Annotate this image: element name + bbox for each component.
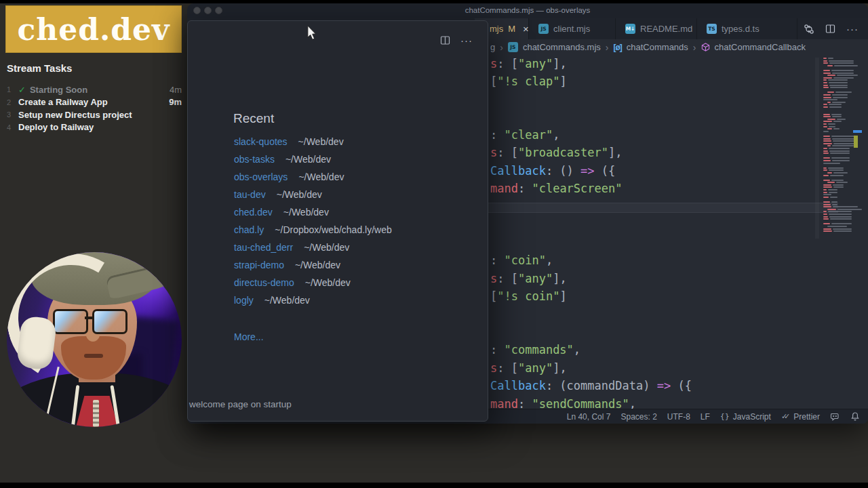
task-row: 3Setup new Directus project [7, 108, 182, 121]
breadcrumb-symbol[interactable]: chatCommands [627, 42, 688, 52]
minimap-token [835, 92, 852, 93]
minimap-line [822, 102, 856, 103]
minimap-line [822, 163, 856, 164]
code-token: ], [553, 57, 566, 70]
task-row: 1✓Starting Soon4m [7, 83, 182, 96]
split-editor-icon[interactable] [440, 35, 450, 45]
minimap[interactable] [822, 58, 856, 239]
task-time: 9m [169, 97, 182, 107]
recent-project-path: ~/Web/dev [264, 295, 310, 306]
recent-project-link[interactable]: strapi-demo [234, 260, 284, 270]
minimap-line [822, 226, 856, 227]
status-text: JavaScript [733, 412, 771, 422]
minimap-token [823, 216, 828, 218]
minimap-token [828, 189, 837, 190]
recent-project-link[interactable]: tau-dev [234, 189, 266, 200]
feedback-icon[interactable] [830, 412, 840, 422]
recent-project-link[interactable]: obs-overlays [234, 171, 288, 182]
code-token: [ [511, 361, 518, 375]
recent-row: obs-tasks~/Web/dev [234, 154, 392, 171]
recent-project-link[interactable]: directus-demo [234, 277, 294, 288]
minimap-line [822, 131, 856, 132]
webcam-overlay [7, 252, 182, 427]
welcome-startup-checkbox-label[interactable]: welcome page on startup [189, 399, 292, 409]
breadcrumb-file[interactable]: chatCommands.mjs [523, 42, 601, 52]
tab-client.mjs[interactable]: JSclient.mjs [529, 18, 616, 39]
recent-project-path: ~/Web/dev [305, 277, 351, 288]
code-token: ], [553, 272, 566, 285]
more-actions-icon[interactable]: ··· [846, 23, 859, 35]
minimap-gap [822, 155, 856, 157]
minimap-line [822, 79, 856, 81]
recent-project-link[interactable]: chad.ly [234, 224, 264, 235]
minimap-token [823, 184, 831, 186]
recent-project-link[interactable]: logly [234, 295, 254, 306]
minimap-line [822, 143, 856, 144]
minimap-token [829, 106, 842, 108]
breadcrumb-symbol-callback[interactable]: chatCommandCallback [715, 42, 806, 52]
open-changes-icon[interactable] [804, 24, 814, 35]
minimap-token [828, 211, 852, 212]
welcome-panel: ··· Recent slack-quotes~/Web/devobs-task… [187, 20, 488, 422]
breadcrumb-folder[interactable]: g [490, 42, 495, 52]
minimap-token [823, 73, 831, 74]
status-item-eol[interactable]: LF [701, 412, 710, 422]
status-item-indentation[interactable]: Spaces: 2 [620, 412, 656, 422]
minimap-token [837, 75, 858, 76]
minimap-line [822, 189, 856, 190]
minimap-gap [822, 165, 856, 166]
minimap-token [833, 206, 858, 207]
recent-project-path: ~/Web/dev [304, 242, 349, 253]
code-token: , [553, 128, 559, 142]
chevron-right-icon: › [693, 42, 696, 53]
current-line-highlight [486, 203, 838, 213]
minimap-token [823, 70, 830, 71]
notifications-bell-icon[interactable] [850, 411, 860, 422]
stream-logo-text: ched.dev [17, 12, 170, 47]
recent-heading: Recent [233, 111, 274, 126]
minimap-line [822, 230, 856, 232]
minimap-token [832, 102, 846, 103]
minimap-gap [822, 133, 856, 134]
tab-types.d.ts[interactable]: TStypes.d.ts [697, 18, 797, 39]
minimap-token [823, 140, 831, 142]
window-title: chatCommands.mjs — obs-overlays [187, 6, 868, 14]
tab-README.md[interactable]: M↓README.md [616, 18, 697, 39]
code-token: ] [559, 75, 566, 88]
minimap-line [822, 157, 856, 159]
code-token: "any" [518, 272, 553, 285]
minimap-token [827, 92, 834, 93]
webcam-zipper [93, 400, 99, 427]
more-actions-icon[interactable]: ··· [460, 35, 473, 46]
status-item-formatter[interactable]: ✓✓Prettier [781, 412, 820, 422]
minimap-token [823, 106, 828, 108]
recent-project-link[interactable]: tau-ched_derr [234, 242, 293, 253]
status-item-language[interactable]: {}JavaScript [720, 412, 771, 422]
task-label: Create a Railway App [18, 97, 108, 107]
minimap-token [829, 148, 850, 149]
task-number: 4 [7, 123, 14, 131]
minimap-token [823, 87, 829, 88]
code-token: "!s coin" [497, 289, 559, 303]
minimap-token [832, 116, 842, 117]
recent-project-link[interactable]: obs-tasks [234, 154, 275, 165]
code-token: , [574, 343, 580, 357]
status-item-encoding[interactable]: UTF-8 [667, 412, 690, 422]
recent-project-link[interactable]: ched.dev [234, 207, 273, 218]
minimap-token [823, 167, 827, 169]
recent-row: slack-quotes~/Web/dev [234, 136, 392, 154]
code-line: s: ["any"], [490, 359, 567, 377]
code-token: mand [490, 182, 518, 195]
code-token: Callback [490, 164, 546, 178]
recent-more-link[interactable]: More... [234, 331, 264, 342]
minimap-token [833, 184, 844, 186]
window-titlebar[interactable]: chatCommands.mjs — obs-overlays [187, 3, 868, 19]
code-token: ], [608, 146, 622, 159]
close-tab-icon[interactable]: × [523, 23, 529, 35]
recent-project-link[interactable]: slack-quotes [234, 136, 288, 147]
minimap-token [829, 85, 848, 86]
ts-file-icon: TS [707, 24, 717, 34]
code-line: ["!s clap"] [490, 73, 567, 90]
status-item-cursor-position[interactable]: Ln 40, Col 7 [567, 412, 611, 422]
split-editor-icon[interactable] [825, 24, 835, 34]
